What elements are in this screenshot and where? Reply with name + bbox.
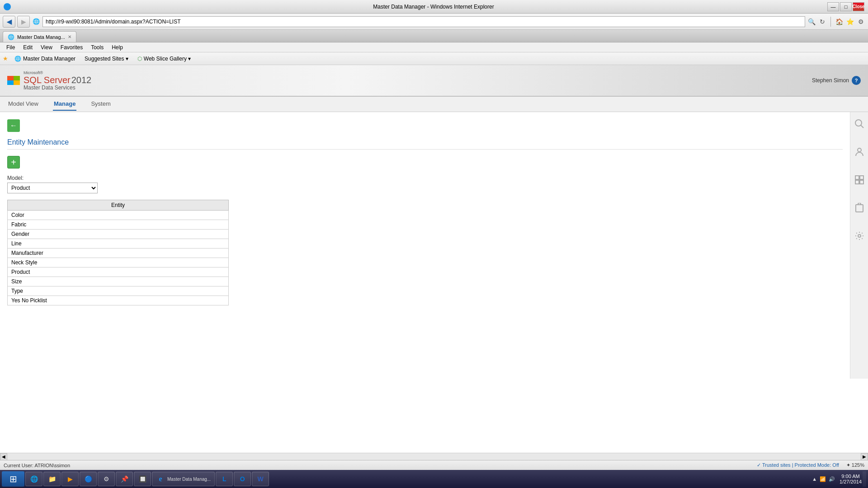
entity-cell: Fabric — [8, 220, 229, 230]
entity-cell: Product — [8, 267, 229, 277]
chrome-icon: 🔵 — [84, 474, 93, 483]
tab-close-button[interactable]: ✕ — [68, 34, 71, 39]
taskbar-pin-app[interactable]: 📌 — [116, 472, 133, 486]
taskbar-clock[interactable]: 9:00 AM 1/27/2014 — [840, 474, 862, 484]
section-heading: Entity Maintenance — [7, 138, 843, 150]
table-row[interactable]: Neck Style — [8, 258, 229, 267]
forward-button[interactable]: ▶ — [17, 16, 30, 28]
word-icon: W — [256, 474, 265, 483]
sidebar-clipboard-icon[interactable] — [852, 201, 867, 215]
taskbar-ie-app[interactable]: e Master Data Manag... — [152, 472, 215, 486]
table-row[interactable]: Product — [8, 267, 229, 277]
mds-label: Master Data Services — [24, 84, 91, 91]
entity-cell: Size — [8, 277, 229, 286]
start-button[interactable]: ⊞ — [2, 471, 24, 487]
table-row[interactable]: Gender — [8, 230, 229, 239]
favorites-icon[interactable]: ⭐ — [845, 17, 854, 26]
home-icon[interactable]: 🏠 — [835, 17, 844, 26]
windows-start-icon: ⊞ — [9, 474, 17, 484]
table-row[interactable]: Color — [8, 211, 229, 220]
table-row[interactable]: Type — [8, 286, 229, 296]
help-button[interactable]: ? — [852, 76, 861, 85]
taskbar-lync-app[interactable]: L — [216, 472, 233, 486]
menu-edit[interactable]: Edit — [19, 43, 36, 52]
taskbar-explorer-app[interactable]: 📁 — [43, 472, 61, 486]
taskbar-red-app[interactable]: 🔲 — [134, 472, 151, 486]
entity-cell: Type — [8, 286, 229, 296]
taskbar-word-app[interactable]: W — [252, 472, 269, 486]
tray-sound-icon: 🔊 — [829, 476, 835, 482]
refresh-icon[interactable]: ↻ — [818, 17, 827, 26]
back-green-button[interactable]: ← — [7, 119, 20, 132]
menu-file[interactable]: File — [3, 43, 19, 52]
entity-cell: Manufacturer — [8, 249, 229, 258]
back-arrow-icon: ← — [10, 122, 17, 130]
table-row[interactable]: Line — [8, 239, 229, 249]
model-select[interactable]: Product Customer Account — [7, 183, 98, 193]
taskbar-tray: ▲ 📶 🔊 — [808, 476, 839, 482]
taskbar-atrion-app[interactable]: 🌐 — [25, 472, 42, 486]
ms-flag-logo — [7, 76, 20, 85]
show-desktop-button[interactable] — [863, 471, 866, 487]
taskbar-chrome-app[interactable]: 🔵 — [80, 472, 97, 486]
tab-manage[interactable]: Manage — [53, 98, 76, 111]
back-button[interactable]: ◀ — [3, 16, 15, 28]
scroll-track[interactable] — [7, 453, 861, 460]
main-wrapper: ← Entity Maintenance + Model: Product Cu… — [0, 112, 868, 379]
right-sidebar — [850, 112, 868, 379]
sidebar-windows-icon[interactable] — [852, 173, 867, 187]
fav-web-slice-gallery[interactable]: ⬡ Web Slice Gallery ▾ — [135, 55, 193, 63]
pin-icon: 📌 — [120, 474, 129, 483]
tab-system[interactable]: System — [90, 98, 111, 111]
app-logo: Microsoft® SQL Server 2012 Master Data S… — [7, 70, 91, 91]
add-entity-button[interactable]: + — [7, 156, 20, 169]
sidebar-search-icon[interactable] — [852, 117, 867, 131]
svg-rect-5 — [855, 180, 859, 184]
horizontal-scrollbar[interactable]: ◀ ▶ — [0, 453, 868, 460]
menu-view[interactable]: View — [37, 43, 56, 52]
favorites-star-icon: ★ — [3, 55, 8, 62]
app-header: Microsoft® SQL Server 2012 Master Data S… — [0, 65, 868, 97]
entity-cell: Line — [8, 239, 229, 249]
window-title: Master Data Manager - Windows Internet E… — [40, 4, 827, 10]
header-user: Stephen Simon ? — [812, 76, 861, 85]
url-input[interactable] — [42, 16, 805, 27]
sidebar-person-icon[interactable] — [852, 145, 867, 159]
sql-label: SQL Server — [24, 75, 71, 85]
table-row[interactable]: Manufacturer — [8, 249, 229, 258]
tab-model-view[interactable]: Model View — [7, 98, 39, 111]
menu-tools[interactable]: Tools — [87, 43, 107, 52]
table-row[interactable]: Yes No Picklist — [8, 296, 229, 305]
tab-bar: 🌐 Master Data Manag... ✕ — [0, 30, 868, 42]
tools-icon[interactable]: ⚙ — [856, 17, 865, 26]
fav-suggested-sites[interactable]: Suggested Sites ▾ — [82, 55, 131, 63]
table-row[interactable]: Size — [8, 277, 229, 286]
maximize-button[interactable]: □ — [840, 2, 852, 11]
tab-label: Master Data Manag... — [17, 34, 65, 40]
nav-tabs: Model View Manage System — [0, 97, 868, 112]
svg-point-2 — [858, 148, 861, 152]
ie-icon: e — [156, 474, 165, 483]
sidebar-gear-icon[interactable] — [852, 229, 867, 243]
entity-column-header: Entity — [8, 200, 229, 211]
media-icon: ▶ — [66, 474, 75, 483]
current-user-label: Current User: ATRION\ssimon — [4, 463, 70, 468]
taskbar-settings-app[interactable]: ⚙ — [98, 472, 115, 486]
status-right: ✓ Trusted sites | Protected Mode: Off ✦ … — [757, 462, 864, 468]
close-button[interactable]: Close — [853, 2, 864, 11]
search-icon[interactable]: 🔍 — [807, 17, 816, 26]
fav-master-data-manager[interactable]: 🌐 Master Data Manager — [12, 55, 78, 63]
menu-favorites[interactable]: Favorites — [57, 43, 86, 52]
svg-line-1 — [861, 125, 863, 128]
scroll-left-arrow[interactable]: ◀ — [0, 453, 7, 460]
lync-icon: L — [220, 474, 229, 483]
taskbar-outlook-app[interactable]: O — [234, 472, 251, 486]
atrion-icon: 🌐 — [29, 474, 38, 483]
browser-tab-active[interactable]: 🌐 Master Data Manag... ✕ — [3, 31, 76, 42]
taskbar-media-app[interactable]: ▶ — [61, 472, 79, 486]
menu-help[interactable]: Help — [108, 43, 127, 52]
zoom-level-label[interactable]: ✦ 125% — [846, 462, 864, 468]
scroll-right-arrow[interactable]: ▶ — [861, 453, 868, 460]
table-row[interactable]: Fabric — [8, 220, 229, 230]
minimize-button[interactable]: — — [827, 2, 839, 11]
